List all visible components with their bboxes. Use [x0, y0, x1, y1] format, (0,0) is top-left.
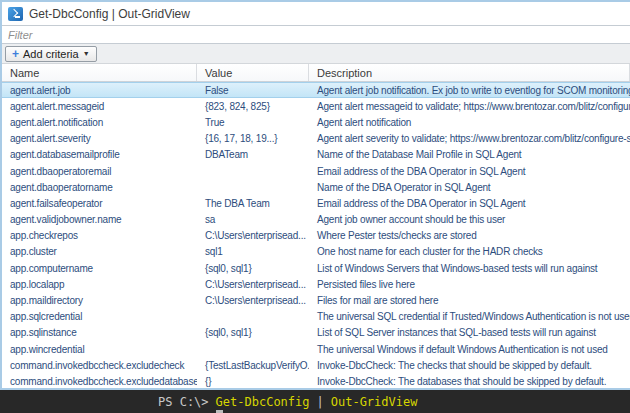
- cell-name: app.localapp: [2, 276, 197, 292]
- cell-value: {sql0, sql1}: [197, 325, 309, 341]
- filter-input[interactable]: [2, 25, 630, 44]
- cell-description: Agent alert job notification. Ex job to …: [309, 83, 630, 97]
- cell-description: The universal Windows if default Windows…: [309, 341, 630, 357]
- table-row[interactable]: agent.databasemailprofile DBATeam Name o…: [2, 147, 630, 163]
- cell-description: Email address of the DBA Operator in SQL…: [309, 195, 630, 211]
- chevron-down-icon: ▼: [83, 50, 90, 58]
- terminal-command2: Out-GridView: [331, 395, 418, 409]
- table-row[interactable]: agent.alert.notification True Agent aler…: [2, 114, 630, 130]
- table-row[interactable]: app.computername {sql0, sql1} List of Wi…: [2, 260, 630, 276]
- table-row[interactable]: command.invokedbccheck.excludecheck {Tes…: [2, 357, 630, 373]
- cell-description: The universal SQL credential if Trusted/…: [309, 309, 630, 325]
- cell-name: app.maildirectory: [2, 292, 197, 308]
- cell-value: {TestLastBackupVerifyO...: [197, 357, 309, 373]
- cell-description: Agent alert messageid to validate; https…: [309, 98, 630, 114]
- cell-description: Invoke-DbcCheck: The databases that shou…: [309, 373, 630, 388]
- cell-name: app.computername: [2, 260, 197, 276]
- table-row[interactable]: app.localapp C:\Users\enterprisead... Pe…: [2, 276, 630, 292]
- powershell-icon: [8, 7, 23, 21]
- add-criteria-label: Add criteria: [23, 48, 79, 60]
- cell-name: agent.dbaoperatoremail: [2, 163, 197, 179]
- cell-name: agent.alert.severity: [2, 131, 197, 147]
- cell-value: The DBA Team: [197, 195, 309, 211]
- cell-description: Agent job owner account should be this u…: [309, 212, 630, 228]
- cell-description: Persisted files live here: [309, 276, 630, 292]
- cell-name: agent.validjobowner.name: [2, 212, 197, 228]
- cell-value: [197, 309, 309, 325]
- terminal-pipe: |: [317, 395, 324, 409]
- table-row[interactable]: agent.alert.severity {16, 17, 18, 19...}…: [2, 131, 630, 147]
- config-grid: Name Value Description agent.alert.job F…: [2, 64, 630, 388]
- cell-name: app.cluster: [2, 244, 197, 260]
- cell-name: agent.dbaoperatorname: [2, 179, 197, 195]
- cell-description: List of SQL Server instances that SQL-ba…: [309, 325, 630, 341]
- add-criteria-button[interactable]: + Add criteria ▼: [5, 46, 97, 62]
- cell-description: Agent alert notification: [309, 114, 630, 130]
- column-header-description[interactable]: Description: [309, 64, 630, 81]
- cell-value: [197, 179, 309, 195]
- column-header-name[interactable]: Name: [2, 64, 197, 81]
- out-gridview-window: Get-DbcConfig | Out-GridView + Add crite…: [0, 0, 630, 390]
- cell-description: List of Windows Servers that Windows-bas…: [309, 260, 630, 276]
- cell-name: agent.alert.job: [2, 83, 197, 97]
- cell-description: Email address of the DBA Operator in SQL…: [309, 163, 630, 179]
- cell-value: DBATeam: [197, 147, 309, 163]
- cell-value: [197, 163, 309, 179]
- table-row[interactable]: agent.dbaoperatoremail Email address of …: [2, 163, 630, 179]
- cell-value: False: [197, 83, 309, 97]
- cell-description: Agent alert severity to validate; https:…: [309, 131, 630, 147]
- titlebar[interactable]: Get-DbcConfig | Out-GridView: [2, 2, 630, 25]
- cell-name: command.invokedbccheck.excludedatabases: [2, 373, 197, 388]
- cell-value: C:\Users\enterprisead...: [197, 228, 309, 244]
- plus-icon: +: [12, 49, 19, 59]
- cell-name: app.sqlcredential: [2, 309, 197, 325]
- cell-description: Where Pester tests/checks are stored: [309, 228, 630, 244]
- cell-description: Name of the DBA Operator in SQL Agent: [309, 179, 630, 195]
- criteria-bar: + Add criteria ▼: [2, 44, 630, 64]
- column-header-value[interactable]: Value: [197, 64, 309, 81]
- cell-value: C:\Users\enterprisead...: [197, 276, 309, 292]
- grid-header: Name Value Description: [2, 64, 630, 82]
- cell-value: sql1: [197, 244, 309, 260]
- table-row[interactable]: app.cluster sql1 One host name for each …: [2, 244, 630, 260]
- table-row[interactable]: app.checkrepos C:\Users\enterprisead... …: [2, 228, 630, 244]
- table-row[interactable]: app.wincredential The universal Windows …: [2, 341, 630, 357]
- cell-name: app.checkrepos: [2, 228, 197, 244]
- cell-value: {823, 824, 825}: [197, 98, 309, 114]
- grid-body: agent.alert.job False Agent alert job no…: [2, 82, 630, 388]
- terminal-bar[interactable]: PS C:\> Get-DbcConfig | Out-GridView: [0, 390, 630, 413]
- cell-description: Invoke-DbcCheck: The checks that should …: [309, 357, 630, 373]
- cell-value: [197, 341, 309, 357]
- table-row[interactable]: app.sqlcredential The universal SQL cred…: [2, 309, 630, 325]
- table-row[interactable]: agent.alert.job False Agent alert job no…: [2, 82, 630, 98]
- terminal-command: Get-DbcConfig: [216, 395, 310, 409]
- cell-value: C:\Users\enterprisead...: [197, 292, 309, 308]
- table-row[interactable]: agent.failsafeoperator The DBA Team Emai…: [2, 195, 630, 211]
- cell-value: sa: [197, 212, 309, 228]
- cell-description: Files for mail are stored here: [309, 292, 630, 308]
- cell-value: True: [197, 114, 309, 130]
- cell-description: One host name for each cluster for the H…: [309, 244, 630, 260]
- table-row[interactable]: app.sqlinstance {sql0, sql1} List of SQL…: [2, 325, 630, 341]
- cell-name: agent.alert.notification: [2, 114, 197, 130]
- terminal-prompt: PS C:\>: [158, 395, 209, 409]
- cell-name: agent.failsafeoperator: [2, 195, 197, 211]
- cell-description: Name of the Database Mail Profile in SQL…: [309, 147, 630, 163]
- cell-value: {sql0, sql1}: [197, 260, 309, 276]
- cell-value: {}: [197, 373, 309, 388]
- table-row[interactable]: app.maildirectory C:\Users\enterprisead.…: [2, 292, 630, 308]
- cell-name: app.sqlinstance: [2, 325, 197, 341]
- cell-name: command.invokedbccheck.excludecheck: [2, 357, 197, 373]
- table-row[interactable]: agent.dbaoperatorname Name of the DBA Op…: [2, 179, 630, 195]
- table-row[interactable]: agent.validjobowner.name sa Agent job ow…: [2, 212, 630, 228]
- cell-name: app.wincredential: [2, 341, 197, 357]
- cell-name: agent.alert.messageid: [2, 98, 197, 114]
- window-title: Get-DbcConfig | Out-GridView: [29, 7, 190, 21]
- cell-name: agent.databasemailprofile: [2, 147, 197, 163]
- table-row[interactable]: command.invokedbccheck.excludedatabases …: [2, 373, 630, 388]
- table-row[interactable]: agent.alert.messageid {823, 824, 825} Ag…: [2, 98, 630, 114]
- cell-value: {16, 17, 18, 19...}: [197, 131, 309, 147]
